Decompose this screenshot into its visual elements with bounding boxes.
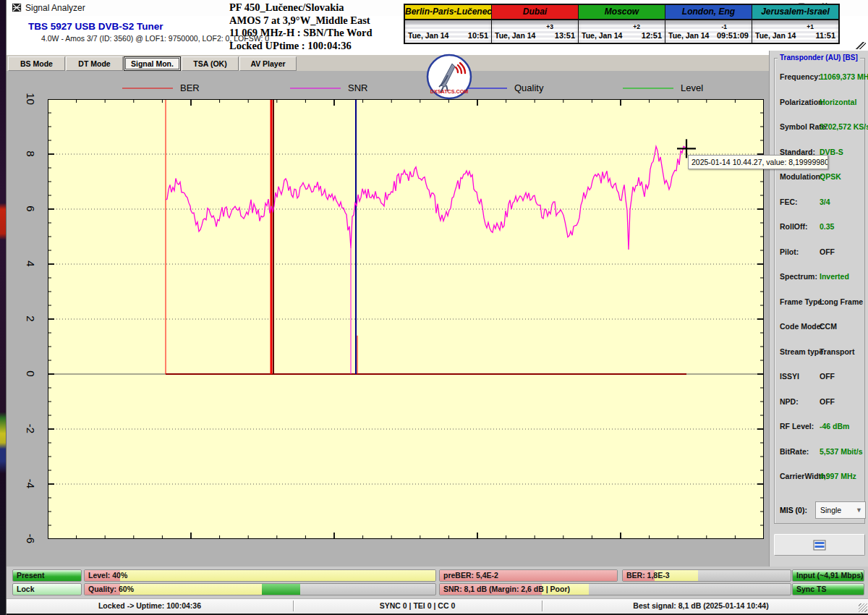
legend-label: SNR bbox=[348, 82, 367, 93]
bar-label: Quality: 60% bbox=[88, 585, 134, 593]
transponder-row-label: RollOff: bbox=[780, 222, 808, 231]
clock-time: 13:51 bbox=[555, 31, 575, 40]
legend-item-level: Level bbox=[623, 81, 703, 93]
tab-bar: BS ModeDT ModeSignal Mon.TSA (OK)AV Play… bbox=[7, 55, 769, 71]
transponder-row-value: -46 dBm bbox=[820, 422, 849, 430]
transponder-row-value: Long Frame bbox=[820, 297, 863, 306]
transponder-row: Pilot:OFF bbox=[775, 239, 864, 265]
transponder-row-label: BitRate: bbox=[780, 447, 809, 456]
site-header-line: 11 069 MHz-H : SBN/The Word bbox=[229, 27, 410, 40]
legend-label: Quality bbox=[514, 82, 543, 93]
clock-body: Tue, Jan 14+212:51 bbox=[579, 20, 665, 43]
clock-resize-grip[interactable] bbox=[854, 42, 866, 49]
transponder-row: Polarization:Horizontal bbox=[775, 90, 864, 115]
y-axis-label: 6 bbox=[25, 198, 37, 220]
transponder-panel: Transponder (AU) [BS] Frequency:11069,37… bbox=[769, 51, 868, 567]
clock-body: Tue, Jan 14+111:51 bbox=[752, 20, 838, 43]
clock-dubai: DubaiTue, Jan 14+313:51 bbox=[491, 5, 578, 43]
panel-button[interactable] bbox=[774, 534, 865, 556]
transponder-row-value: QPSK bbox=[820, 172, 841, 181]
transponder-row-label: Frequency: bbox=[780, 72, 821, 81]
y-axis-label: 0 bbox=[25, 363, 37, 385]
statusbar-section: SYNC 0 | TEI 0 | CC 0 bbox=[293, 599, 542, 614]
transponder-row: ISSYIOFF bbox=[775, 364, 864, 389]
signal-chart-plot[interactable] bbox=[48, 99, 764, 539]
status-bar: Locked -> Uptime: 100:04:36SYNC 0 | TEI … bbox=[7, 598, 868, 615]
transponder-row: NPD:OFF bbox=[775, 389, 864, 415]
transponder-row: RF Level:-46 dBm bbox=[775, 414, 864, 439]
bar-segment-track bbox=[589, 584, 791, 595]
world-clocks: Berlin-Paris-LučenecTue, Jan 1410:51Duba… bbox=[404, 4, 840, 44]
clock-date: Tue, Jan 14 bbox=[495, 31, 535, 40]
quality-bar: Quality: 60% bbox=[84, 583, 436, 595]
site-header: PF 450_Lučenec/SlovakiaAMOS 7 at 3,9°W_M… bbox=[229, 1, 410, 52]
transponder-row-value: CCM bbox=[820, 322, 837, 331]
lock-bar: Lock bbox=[12, 583, 82, 595]
clock-date: Tue, Jan 14 bbox=[582, 31, 622, 40]
tab-signal-mon-[interactable]: Signal Mon. bbox=[124, 56, 181, 71]
chart-tooltip: 2025-01-14 10.44.27, value: 8,1999998092… bbox=[688, 155, 828, 169]
site-header-line: PF 450_Lučenec/Slovakia bbox=[229, 1, 410, 14]
statusbar-divider bbox=[542, 601, 542, 611]
y-axis-label: 2 bbox=[25, 308, 37, 330]
clock-body: Tue, Jan 14-109:51:09 bbox=[665, 20, 752, 43]
bar-label: Lock bbox=[17, 585, 35, 593]
transponder-row-label: Spectrum: bbox=[780, 272, 817, 281]
layers-icon bbox=[813, 540, 826, 551]
mis-dropdown[interactable]: Single ▼ bbox=[815, 501, 866, 519]
transponder-row-label: FEC: bbox=[780, 198, 798, 206]
y-axis-label: -2 bbox=[25, 418, 37, 440]
y-axis-label: 10 bbox=[25, 88, 37, 110]
legend-item-ber: BER bbox=[122, 81, 200, 93]
level-bar: Level: 40% bbox=[84, 569, 436, 582]
clock-utc-offset: +2 bbox=[633, 23, 640, 30]
tab-tsa-ok-[interactable]: TSA (OK) bbox=[182, 56, 239, 71]
tab-av-player[interactable]: AV Player bbox=[239, 56, 297, 71]
bar-segment-green bbox=[262, 584, 300, 595]
logo-text: DXSATCS.COM bbox=[430, 88, 469, 95]
site-header-line: Locked UPtime : 100:04:36 bbox=[229, 40, 410, 53]
mis-label: MIS (0): bbox=[780, 506, 807, 514]
transponder-row: Frequency:11069,373 MHz bbox=[775, 64, 864, 90]
transponder-row-value: OFF bbox=[820, 397, 835, 406]
bar-label: Present bbox=[17, 571, 45, 580]
statusbar-section: Best signal: 8,1 dB (2025-01-14 10:44) bbox=[542, 599, 860, 614]
transponder-row-label: RF Level: bbox=[780, 422, 814, 430]
syncts-bar: Sync TS bbox=[792, 583, 864, 595]
bar-label: preBER: 5,4E-2 bbox=[443, 571, 498, 580]
chart-panel: BERSNRQualityLevel DXSATCS.COM 1086420-2… bbox=[7, 71, 769, 567]
transponder-row: Symbol Rate:3702,572 KS/s bbox=[775, 114, 864, 140]
present-bar: Present bbox=[12, 569, 82, 582]
transponder-row-value: OFF bbox=[820, 372, 835, 381]
clock-time: 11:51 bbox=[815, 31, 835, 40]
clock-time: 12:51 bbox=[642, 31, 662, 40]
y-axis-label: -4 bbox=[25, 473, 37, 495]
chevron-down-icon: ▼ bbox=[856, 502, 862, 518]
snr-bar: SNR: 8,1 dB (Margin: 2,6 dB | Poor) bbox=[439, 583, 791, 595]
tuner-name: TBS 5927 USB DVB-S2 Tuner bbox=[28, 21, 163, 32]
dxsatcs-logo: DXSATCS.COM bbox=[426, 54, 472, 100]
transponder-row-value: 4,997 MHz bbox=[820, 472, 856, 480]
tab-dt-mode[interactable]: DT Mode bbox=[66, 56, 123, 71]
signal-analyzer-app: Signal Analyzer ▢ ✕ TBS 5927 USB DVB-S2 … bbox=[0, 0, 868, 615]
clock-name: London, Eng bbox=[665, 5, 752, 20]
input-bar: Input (~4,91 Mbps) bbox=[792, 569, 864, 582]
clock-moscow: MoscowTue, Jan 14+212:51 bbox=[578, 5, 665, 43]
transponder-row: CarrierWidth:4,997 MHz bbox=[775, 464, 864, 489]
bar-segment-yellow bbox=[120, 584, 262, 595]
signal-bars: PresentLevel: 40%preBER: 5,4E-2BER: 1,8E… bbox=[7, 567, 868, 598]
bar-segment-track bbox=[300, 584, 435, 595]
transponder-row: FEC:3/4 bbox=[775, 190, 864, 215]
clock-body: Tue, Jan 14+313:51 bbox=[492, 20, 578, 43]
transponder-row: BitRate:5,537 Mbit/s bbox=[775, 439, 864, 465]
statusbar-section: Locked -> Uptime: 100:04:36 bbox=[7, 599, 293, 614]
legend-line-swatch bbox=[623, 88, 673, 89]
transponder-row: RollOff:0.35 bbox=[775, 214, 864, 239]
transponder-title: Transponder (AU) [BS] bbox=[778, 54, 860, 62]
transponder-row-label: ISSYI bbox=[780, 372, 799, 381]
transponder-row: Frame Type:Long Frame bbox=[775, 289, 864, 315]
mis-value: Single bbox=[820, 506, 841, 514]
clock-name: Berlin-Paris-Lučenec bbox=[405, 5, 491, 20]
tab-bs-mode[interactable]: BS Mode bbox=[8, 56, 65, 71]
y-axis-label: 8 bbox=[25, 143, 37, 165]
